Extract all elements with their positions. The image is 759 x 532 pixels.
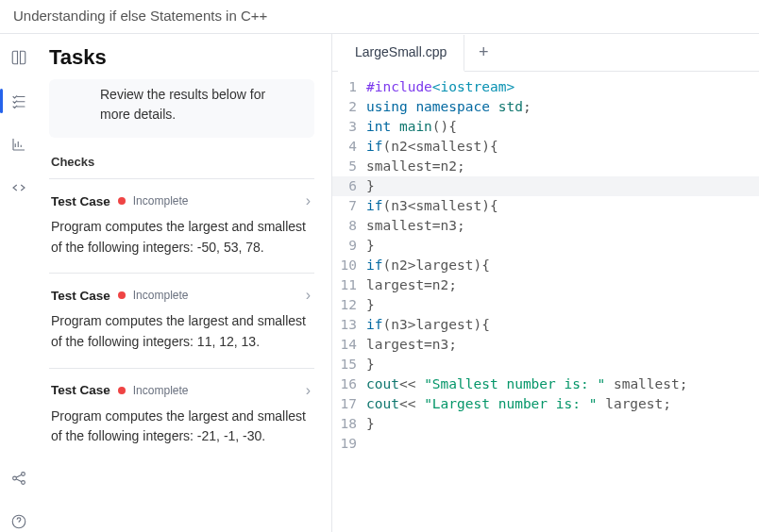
code-line[interactable]: 10if(n2>largest){ <box>332 256 759 275</box>
code-line[interactable]: 18} <box>332 414 759 434</box>
line-number: 7 <box>332 196 366 216</box>
line-content: } <box>366 176 759 196</box>
line-number: 16 <box>332 374 366 394</box>
test-case: Test CaseIncomplete›Program computes the… <box>49 273 314 367</box>
editor-pane: LargeSmall.cpp + 1#include<iostream>2usi… <box>332 34 759 532</box>
test-case: Test CaseIncomplete›Program computes the… <box>49 178 314 273</box>
line-content: if(n3>largest){ <box>366 315 759 335</box>
line-number: 6 <box>332 176 366 196</box>
code-line[interactable]: 12} <box>332 295 759 315</box>
line-content: largest=n2; <box>366 275 759 295</box>
line-content: if(n2>largest){ <box>366 256 759 275</box>
line-number: 14 <box>332 335 366 355</box>
chevron-right-icon: › <box>306 287 311 304</box>
test-case-description: Program computes the largest and smalles… <box>51 407 311 447</box>
line-content: } <box>366 355 759 374</box>
line-content: if(n3<smallest){ <box>366 196 759 216</box>
test-case-header[interactable]: Test CaseIncomplete› <box>51 287 311 304</box>
line-content: } <box>366 414 759 434</box>
line-content: } <box>366 236 759 256</box>
line-number: 18 <box>332 414 366 434</box>
line-content: cout<< "Largest number is: " largest; <box>366 394 759 414</box>
code-line[interactable]: 15} <box>332 355 759 374</box>
tasks-panel: Tasks Review the results below for more … <box>38 34 332 532</box>
test-case-title: Test Case <box>51 194 110 208</box>
line-content: largest=n3; <box>366 335 759 355</box>
code-line[interactable]: 16cout<< "Smallest number is: " smallest… <box>332 374 759 394</box>
code-line[interactable]: 9} <box>332 236 759 256</box>
line-number: 2 <box>332 97 366 117</box>
status-dot-icon <box>118 197 126 205</box>
tab-file[interactable]: LargeSmall.cpp <box>338 35 464 72</box>
code-line[interactable]: 2using namespace std; <box>332 97 759 117</box>
line-content <box>366 434 759 454</box>
line-number: 8 <box>332 216 366 236</box>
chevron-right-icon: › <box>306 192 311 209</box>
book-icon <box>10 49 27 66</box>
svg-point-0 <box>13 476 17 480</box>
line-number: 15 <box>332 355 366 374</box>
line-number: 1 <box>332 77 366 97</box>
page-title: Understanding if else Statements in C++ <box>0 0 759 34</box>
test-case: Test CaseIncomplete›Program computes the… <box>49 368 314 462</box>
line-content: using namespace std; <box>366 97 759 117</box>
line-number: 4 <box>332 137 366 157</box>
rail-code-icon[interactable] <box>8 177 29 198</box>
line-number: 19 <box>332 434 366 454</box>
line-number: 13 <box>332 315 366 335</box>
code-line[interactable]: 3int main(){ <box>332 117 759 137</box>
code-line[interactable]: 17cout<< "Largest number is: " largest; <box>332 394 759 414</box>
line-number: 5 <box>332 157 366 176</box>
code-line[interactable]: 8smallest=n3; <box>332 216 759 236</box>
test-case-header[interactable]: Test CaseIncomplete› <box>51 192 311 209</box>
status-dot-icon <box>118 387 126 394</box>
rail-checklist-icon[interactable] <box>8 91 29 111</box>
new-tab-button[interactable]: + <box>464 42 502 62</box>
test-case-list: Test CaseIncomplete›Program computes the… <box>49 178 314 462</box>
code-line[interactable]: 11largest=n2; <box>332 275 759 295</box>
code-editor[interactable]: 1#include<iostream>2using namespace std;… <box>332 72 759 532</box>
rail-chart-icon[interactable] <box>8 134 29 155</box>
test-case-status: Incomplete <box>133 289 189 302</box>
rail-book-icon[interactable] <box>8 47 29 68</box>
status-dot-icon <box>118 291 126 299</box>
test-case-status: Incomplete <box>133 194 189 208</box>
code-line[interactable]: 7if(n3<smallest){ <box>332 196 759 216</box>
test-case-description: Program computes the largest and smalles… <box>51 311 311 352</box>
line-content: cout<< "Smallest number is: " smallest; <box>366 374 759 394</box>
line-content: smallest=n3; <box>366 216 759 236</box>
line-content: #include<iostream> <box>366 77 759 97</box>
share-icon <box>10 470 27 487</box>
line-content: if(n2<smallest){ <box>366 137 759 157</box>
svg-point-1 <box>22 473 25 476</box>
rail-help-icon[interactable] <box>8 511 29 532</box>
help-icon <box>10 513 27 530</box>
svg-point-2 <box>22 481 25 485</box>
checklist-icon <box>10 92 27 109</box>
code-line[interactable]: 4if(n2<smallest){ <box>332 137 759 157</box>
line-number: 3 <box>332 117 366 137</box>
code-line[interactable]: 19 <box>332 434 759 454</box>
code-icon <box>10 179 27 196</box>
left-rail <box>0 34 38 532</box>
checks-label: Checks <box>51 155 314 169</box>
line-content: } <box>366 295 759 315</box>
code-line[interactable]: 6} <box>332 176 759 196</box>
code-line[interactable]: 13if(n3>largest){ <box>332 315 759 335</box>
tasks-heading: Tasks <box>49 45 314 70</box>
test-case-title: Test Case <box>51 383 110 397</box>
review-message: Review the results below for more detail… <box>49 79 314 138</box>
line-number: 17 <box>332 394 366 414</box>
line-number: 10 <box>332 256 366 275</box>
code-line[interactable]: 1#include<iostream> <box>332 77 759 97</box>
test-case-status: Incomplete <box>133 384 189 397</box>
code-line[interactable]: 5smallest=n2; <box>332 157 759 176</box>
test-case-title: Test Case <box>51 289 110 303</box>
test-case-header[interactable]: Test CaseIncomplete› <box>51 382 311 399</box>
line-number: 12 <box>332 295 366 315</box>
line-content: smallest=n2; <box>366 157 759 176</box>
rail-share-icon[interactable] <box>8 468 29 489</box>
tab-bar: LargeSmall.cpp + <box>332 34 759 72</box>
code-line[interactable]: 14largest=n3; <box>332 335 759 355</box>
chart-icon <box>10 136 27 153</box>
